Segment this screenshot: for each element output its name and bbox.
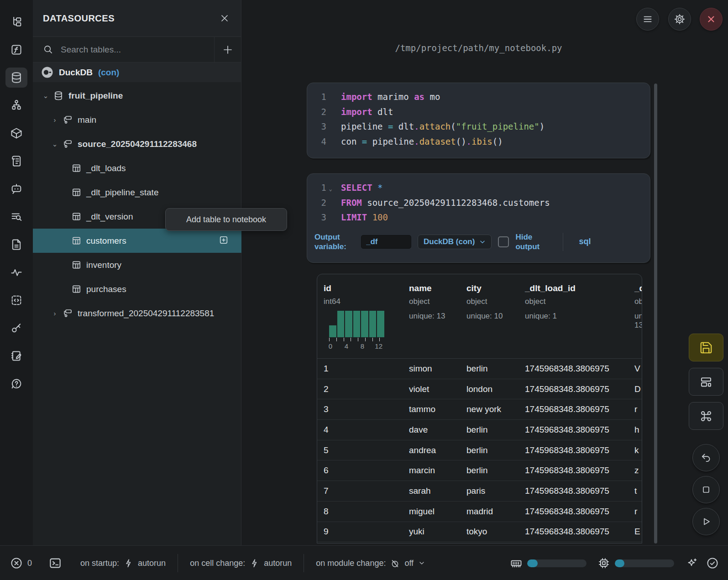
tree-item-main[interactable]: ›main xyxy=(33,108,241,132)
terminal-button[interactable] xyxy=(48,556,62,570)
rail-item-dependencies[interactable] xyxy=(5,95,27,115)
rail-item-scratchpad[interactable] xyxy=(5,346,27,366)
rail-item-secrets[interactable] xyxy=(5,318,27,338)
histogram-tick xyxy=(336,338,344,341)
documentation-icon xyxy=(10,238,23,251)
table-cell: violet xyxy=(403,379,460,399)
rail-item-datasources[interactable] xyxy=(5,68,27,88)
table-row[interactable]: 2violetlondon1745968348.3806975D xyxy=(317,379,642,400)
ai-assist-button[interactable] xyxy=(686,557,698,569)
undo-button[interactable] xyxy=(692,444,720,471)
table-row[interactable]: 9yukitokyo1745968348.3806975E xyxy=(317,522,642,543)
table-row[interactable]: 5andreaberlin1745968348.3806975k xyxy=(317,440,642,461)
rail-item-log-search[interactable] xyxy=(5,207,27,227)
column-header-dlt-load-id[interactable]: _dlt_load_id object unique: 1 xyxy=(519,274,628,358)
code-line[interactable]: 2import dlt xyxy=(307,105,650,120)
column-header-dlt-id[interactable]: _dlt_id object unique: 13 xyxy=(628,274,642,358)
tree-item-transformed_202504291112283581[interactable]: ›transformed_202504291112283581 xyxy=(33,301,241,325)
errors-button[interactable]: 0 xyxy=(10,557,32,570)
column-header-city[interactable]: city object unique: 10 xyxy=(460,274,519,358)
rail-item-packages[interactable] xyxy=(5,123,27,143)
save-icon xyxy=(699,341,713,355)
tree-item-label: fruit_pipeline xyxy=(68,91,123,101)
chevron-right-icon[interactable]: › xyxy=(50,309,59,317)
table-row[interactable]: 1simonberlin1745968348.3806975V xyxy=(317,359,642,379)
tree-item-label: transformed_202504291112283581 xyxy=(78,308,214,319)
rail-item-tracing[interactable] xyxy=(5,262,27,282)
code-line[interactable]: 2FROM source_202504291112283468.customer… xyxy=(307,195,650,210)
add-table-button[interactable] xyxy=(219,235,229,245)
histogram-tick-label: 8 xyxy=(361,342,364,350)
fold-chevron-icon[interactable]: ⌄ xyxy=(326,182,335,197)
close-app-button[interactable] xyxy=(700,8,723,31)
search-box[interactable] xyxy=(33,37,214,62)
settings-button[interactable] xyxy=(668,8,691,31)
tree-item-customers[interactable]: customers xyxy=(33,229,241,253)
table-row[interactable]: 7sarahparis1745968348.3806975t xyxy=(317,481,642,502)
packages-icon xyxy=(10,127,23,140)
output-variable-input[interactable] xyxy=(361,235,411,249)
code-line[interactable]: 1import marimo as mo xyxy=(307,89,650,105)
tree-item-_dlt_pipeline_state[interactable]: _dlt_pipeline_state xyxy=(33,180,241,204)
search-icon xyxy=(43,44,53,55)
cpu-meter xyxy=(597,557,674,570)
on-startup-setting[interactable]: on startup: autorun xyxy=(68,559,178,568)
tree-item-purchases[interactable]: purchases xyxy=(33,277,241,301)
rail-item-chat-bot[interactable] xyxy=(5,179,27,199)
connection-status-button[interactable] xyxy=(706,557,719,570)
on-cell-change-setting[interactable]: on cell change: autorun xyxy=(178,559,304,568)
column-header-id[interactable]: id int64 04812 xyxy=(317,274,403,358)
rail-item-documentation[interactable] xyxy=(5,235,27,255)
rail-item-file-tree[interactable] xyxy=(5,12,27,32)
code-text: import marimo as mo xyxy=(335,89,440,105)
chevron-down-icon[interactable]: ⌄ xyxy=(50,140,59,148)
code-line[interactable]: 4con = pipeline.dataset().ibis() xyxy=(307,134,650,149)
panel-header: DATASOURCES xyxy=(33,0,241,37)
layout-button[interactable] xyxy=(689,368,723,396)
run-button[interactable] xyxy=(692,508,720,535)
rail-item-snippets[interactable] xyxy=(5,290,27,310)
code-line[interactable]: 3LIMIT 100 xyxy=(307,210,650,225)
tree-item-label: main xyxy=(78,115,96,125)
table-cell: 9 xyxy=(317,522,403,542)
command-palette-button[interactable] xyxy=(689,402,723,430)
save-button[interactable] xyxy=(689,334,723,361)
menu-button[interactable] xyxy=(636,8,659,31)
table-cell: 7 xyxy=(317,481,403,501)
table-row[interactable]: 4daveberlin1745968348.3806975h xyxy=(317,420,642,440)
histogram-bar xyxy=(361,311,368,337)
engine-select-dropdown[interactable]: DuckDB (con) xyxy=(418,235,492,249)
code-line[interactable]: 3pipeline = dlt.attach("fruit_pipeline") xyxy=(307,119,650,134)
rail-item-functions[interactable] xyxy=(5,40,27,60)
add-datasource-button[interactable] xyxy=(214,37,241,62)
table-cell: z xyxy=(628,460,642,481)
chevron-right-icon[interactable]: › xyxy=(50,116,59,124)
on-module-change-setting[interactable]: on module change: off xyxy=(304,559,437,568)
schema-icon xyxy=(62,115,73,125)
notebook-scrollbar[interactable] xyxy=(654,84,657,543)
column-header-name[interactable]: name object unique: 13 xyxy=(403,274,460,358)
rail-item-help[interactable] xyxy=(5,374,27,394)
tree-item-_dlt_loads[interactable]: _dlt_loads xyxy=(33,156,241,180)
histogram-bar xyxy=(377,311,384,337)
histogram-tick xyxy=(358,338,365,341)
duckdb-engine-row[interactable]: DuckDB (con) xyxy=(33,63,241,82)
table-row[interactable]: 6marcinberlin1745968348.3806975z xyxy=(317,460,642,481)
table-cell: D xyxy=(628,379,642,399)
table-row[interactable]: 8miguelmadrid1745968348.3806975r xyxy=(317,502,642,522)
table-cell: 1745968348.3806975 xyxy=(519,399,628,419)
stop-button[interactable] xyxy=(692,476,720,503)
search-input[interactable] xyxy=(60,44,180,55)
sql-cell[interactable]: 1⌄SELECT *2FROM source_20250429111228346… xyxy=(307,173,650,263)
rail-item-scroll[interactable] xyxy=(5,151,27,171)
hide-output-checkbox[interactable] xyxy=(498,236,509,247)
tree-item-source_202504291112283468[interactable]: ⌄source_202504291112283468 xyxy=(33,132,241,156)
table-row[interactable]: 3tammonew york1745968348.3806975r xyxy=(317,399,642,420)
table-cell: 3 xyxy=(317,399,403,419)
tree-item-inventory[interactable]: inventory xyxy=(33,253,241,277)
chevron-down-icon[interactable]: ⌄ xyxy=(41,92,50,100)
tree-item-fruit_pipeline[interactable]: ⌄fruit_pipeline xyxy=(33,84,241,108)
python-cell[interactable]: 1import marimo as mo2import dlt3pipeline… xyxy=(307,83,650,158)
code-line[interactable]: 1⌄SELECT * xyxy=(307,180,650,195)
close-panel-icon[interactable] xyxy=(219,13,230,24)
